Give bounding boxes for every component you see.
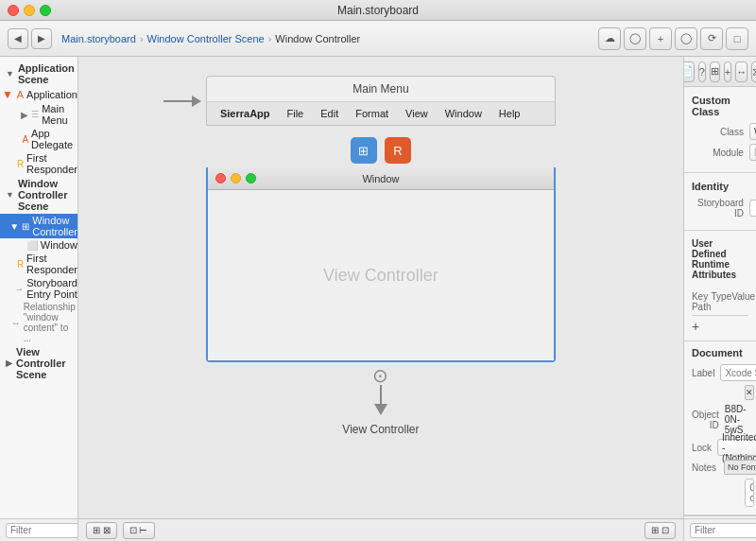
window-titlebar: Window: [208, 167, 554, 190]
doc-fmt-x[interactable]: ✕: [745, 385, 754, 400]
back-button[interactable]: ◀: [8, 28, 28, 49]
tree-label-relationship: Relationship "window content" to ...: [24, 302, 77, 343]
left-panel-footer: ⊞: [0, 518, 77, 541]
window-title: Window: [362, 173, 399, 184]
breadcrumb-sep-2: ›: [268, 33, 272, 44]
win-max-btn[interactable]: [246, 173, 256, 183]
toolbar-cloud-btn[interactable]: ☁: [598, 27, 621, 50]
win-min-btn[interactable]: [231, 173, 241, 183]
toolbar-add-btn[interactable]: +: [649, 27, 672, 50]
canvas-zoom-btn[interactable]: ⊞ ⊡: [644, 522, 676, 539]
nav-buttons: ◀ ▶: [8, 28, 52, 49]
toolbar-circle2-btn[interactable]: ◯: [675, 27, 697, 50]
breadcrumb-item-3[interactable]: Window Controller: [275, 33, 360, 44]
menu-item-view[interactable]: View: [398, 106, 436, 121]
responder-icon-wc: R: [17, 259, 24, 270]
notes-textarea[interactable]: [745, 479, 754, 507]
tree-item-storyboard-entry[interactable]: → Storyboard Entry Point: [0, 276, 77, 301]
notes-area-wrapper: [745, 479, 748, 509]
custom-class-title: Custom Class: [692, 95, 748, 117]
identity-section: Identity Storyboard ID: [684, 173, 756, 231]
tree-item-window[interactable]: ⬜ Window: [0, 238, 77, 252]
right-tb-question-btn[interactable]: ?: [698, 61, 706, 82]
filter-input[interactable]: [6, 523, 78, 538]
tree-item-main-menu[interactable]: ▶ ☰ Main Menu: [0, 102, 77, 127]
window-icon: ⬜: [26, 240, 38, 251]
menu-item-format[interactable]: Format: [348, 106, 396, 121]
down-arrow-icon: ⊙: [372, 366, 388, 385]
module-select[interactable]: None ▼: [749, 144, 756, 161]
notes-toolbar: Notes No Font T ⊞: [692, 460, 748, 475]
lock-row: Lock Inherited - (Nothing) ▼: [692, 439, 748, 456]
tree-label-window-controller: Window Controller: [32, 215, 77, 237]
canvas-bottom-btn-1[interactable]: ⊞ ⊠: [86, 522, 117, 539]
canvas-bottom-btn-2[interactable]: ⊡ ⊢: [123, 522, 155, 539]
right-tb-file-btn[interactable]: 📄: [683, 61, 695, 82]
right-tb-connect-btn[interactable]: ↔: [735, 61, 747, 82]
canvas-zoom-btns: ⊞ ⊡: [644, 522, 676, 539]
right-tb-attr-btn[interactable]: +: [724, 61, 731, 82]
breadcrumb-item-2[interactable]: Window Controller Scene: [147, 33, 265, 44]
doc-label-label: Label: [692, 368, 714, 378]
doc-format-buttons: ✕ ■ ■ ■ ▣ … ◻ ◼: [745, 385, 748, 400]
add-attribute-btn[interactable]: +: [692, 319, 699, 334]
window-scene: Window View Controller: [206, 167, 556, 362]
menu-item-app[interactable]: SierraApp: [213, 106, 278, 121]
menu-bar-title: Main Menu: [207, 77, 555, 102]
user-defined-table-header: Key Path Type Value: [692, 291, 748, 316]
tree-label-main-menu: Main Menu: [42, 103, 77, 126]
class-select[interactable]: WindowController ▼: [749, 123, 756, 140]
tree-item-relationship[interactable]: ↔ Relationship "window content" to ...: [0, 301, 77, 344]
minimize-button[interactable]: [24, 5, 35, 16]
section-window-controller-scene[interactable]: ▼ Window Controller Scene: [0, 176, 77, 214]
menu-item-help[interactable]: Help: [491, 106, 528, 121]
tree-item-window-controller[interactable]: ▼ ⊞ Window Controller: [0, 214, 77, 238]
user-defined-title: User Defined Runtime Attributes: [692, 238, 748, 280]
storyboard-id-input[interactable]: [749, 200, 756, 217]
right-tb-id-btn[interactable]: ⊞: [710, 61, 720, 82]
close-button[interactable]: [8, 5, 19, 16]
tree-item-first-responder-wc[interactable]: R First Responder: [0, 252, 77, 276]
view-controller-canvas-label: View Controller: [323, 266, 438, 286]
th-type: Type: [712, 291, 732, 312]
win-close-btn[interactable]: [215, 173, 226, 183]
canvas-area[interactable]: Main Menu SierraApp File Edit Format Vie…: [78, 57, 683, 518]
th-value: Value: [731, 291, 755, 312]
lock-select[interactable]: Inherited - (Nothing) ▼: [717, 439, 756, 456]
breadcrumb-item-1[interactable]: Main.storyboard: [61, 33, 136, 44]
module-row: Module None ▼: [692, 144, 748, 161]
section-application-scene[interactable]: ▼ Application Scene: [0, 61, 77, 87]
menu-item-file[interactable]: File: [280, 106, 312, 121]
tree-label-storyboard-entry: Storyboard Entry Point: [26, 277, 77, 300]
window-scene-wrapper: ⊞ R Window View C: [206, 137, 556, 436]
toolbar-refresh-btn[interactable]: ⟳: [700, 27, 723, 50]
tree-item-application[interactable]: ▼ A Application: [0, 87, 77, 102]
tree-label-app-delegate: App Delegate: [31, 128, 77, 150]
toolbar-square-btn[interactable]: □: [726, 27, 748, 50]
canvas-bottom-bar: ⊞ ⊠ ⊡ ⊢ ⊞ ⊡: [78, 518, 683, 541]
menu-item-edit[interactable]: Edit: [313, 106, 346, 121]
section-label-wc: Window Controller Scene: [18, 178, 72, 212]
section-view-controller-scene[interactable]: ▶ View Controller Scene: [0, 344, 77, 382]
responder-icon-app: R: [17, 159, 24, 169]
entry-point-arrow: [163, 96, 201, 107]
object-id-row: Object ID B8D-0N-5wS: [692, 404, 748, 435]
menu-item-window[interactable]: Window: [438, 106, 490, 121]
down-arrow: ⊙: [372, 366, 388, 415]
breadcrumb: Main.storyboard › Window Controller Scen…: [61, 33, 360, 44]
right-filter-input[interactable]: [690, 523, 756, 538]
notes-font-btn[interactable]: No Font: [724, 460, 756, 475]
right-tb-history-btn[interactable]: ⧖: [751, 61, 756, 82]
th-keypath: Key Path: [692, 291, 712, 312]
section-arrow-app: ▼: [6, 69, 14, 79]
section-arrow-vc: ▶: [6, 358, 12, 368]
forward-button[interactable]: ▶: [31, 28, 52, 49]
user-defined-section: User Defined Runtime Attributes Key Path…: [684, 231, 756, 341]
maximize-button[interactable]: [40, 5, 51, 16]
doc-label-input[interactable]: [720, 364, 756, 381]
toolbar-circle-btn[interactable]: ◯: [624, 27, 646, 50]
tree-item-first-responder-app[interactable]: R First Responder: [0, 151, 77, 176]
tree-item-app-delegate[interactable]: A App Delegate: [0, 127, 77, 151]
wc-expand-icon: ▼: [9, 221, 19, 232]
tree-label-application: Application: [26, 89, 77, 100]
